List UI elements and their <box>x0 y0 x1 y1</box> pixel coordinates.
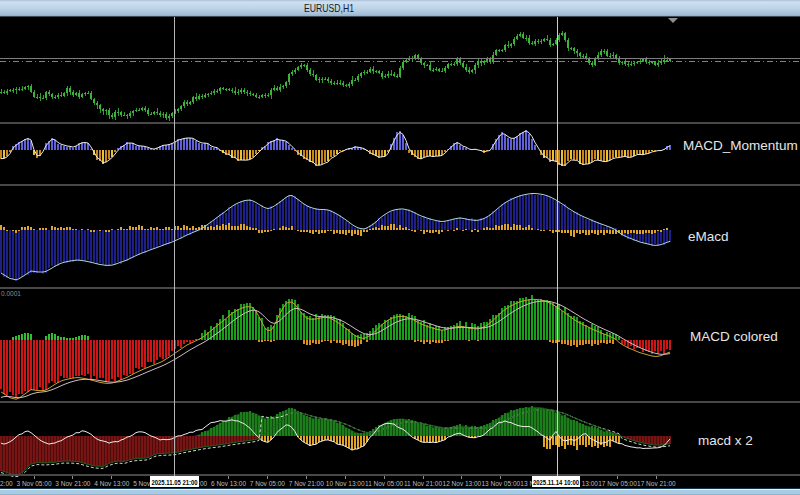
svg-text:2025.11.05 21:00: 2025.11.05 21:00 <box>152 478 198 487</box>
svg-text:12 Nov 13:00: 12 Nov 13:00 <box>443 480 482 487</box>
svg-text:6 Nov 13:00: 6 Nov 13:00 <box>211 480 246 487</box>
svg-text:2:00: 2:00 <box>0 480 13 487</box>
svg-text:11 Nov 21:00: 11 Nov 21:00 <box>404 480 443 487</box>
svg-text:macd x 2: macd x 2 <box>698 433 753 448</box>
svg-text:EURUSD,H1: EURUSD,H1 <box>304 2 354 14</box>
svg-text:11 Nov 05:00: 11 Nov 05:00 <box>365 480 404 487</box>
svg-text:17 Nov 05:00: 17 Nov 05:00 <box>598 480 637 487</box>
svg-text:3 Nov 21:00: 3 Nov 21:00 <box>55 480 90 487</box>
svg-text:17 Nov 21:00: 17 Nov 21:00 <box>637 480 676 487</box>
svg-text:2025.11.14 10:00: 2025.11.14 10:00 <box>533 478 579 487</box>
svg-text:13 Nov 05:00: 13 Nov 05:00 <box>481 480 520 487</box>
svg-text:4 Nov 13:00: 4 Nov 13:00 <box>94 480 129 487</box>
svg-text:MACD_Momentum: MACD_Momentum <box>683 138 798 153</box>
svg-text:0.0001: 0.0001 <box>1 290 21 297</box>
svg-text:3 Nov 05:00: 3 Nov 05:00 <box>16 480 51 487</box>
svg-text:7 Nov 05:00: 7 Nov 05:00 <box>250 480 285 487</box>
svg-text:10 Nov 13:00: 10 Nov 13:00 <box>326 480 365 487</box>
svg-text:eMacd: eMacd <box>688 229 729 244</box>
svg-text:7 Nov 21:00: 7 Nov 21:00 <box>289 480 324 487</box>
svg-text:MACD colored: MACD colored <box>690 329 778 344</box>
